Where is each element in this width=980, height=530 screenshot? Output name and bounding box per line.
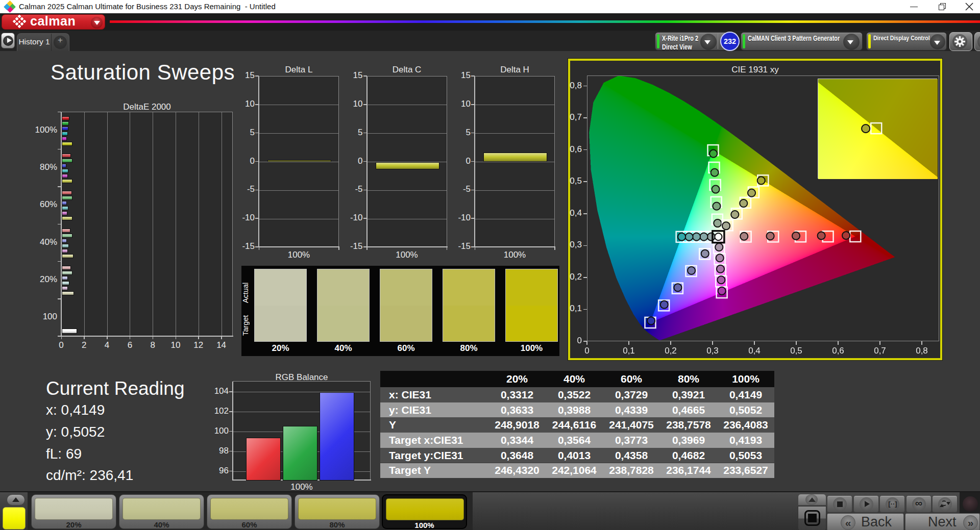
rgb-bar-green <box>283 426 317 481</box>
pattern-swatch <box>298 498 376 520</box>
infinity-icon: ∞ <box>912 497 926 511</box>
settings-button[interactable] <box>949 32 972 51</box>
table-value: 0,3988 <box>546 404 603 416</box>
deltae-ytick: 60% <box>27 199 57 210</box>
meter-dropdown[interactable]: X-Rite i1Pro 2 Direct View 232 <box>655 32 737 51</box>
deltae-bar <box>62 229 70 233</box>
deltae-bar <box>62 239 67 243</box>
delta-ytick: -15 <box>232 241 255 251</box>
arrow-up-icon <box>808 497 816 502</box>
play-icon <box>860 497 873 511</box>
deltae-bar <box>62 271 72 275</box>
pattern-button-20%[interactable]: 20% <box>31 494 116 529</box>
delta-bar <box>376 162 439 169</box>
back-button[interactable]: « Back <box>827 513 904 530</box>
deltae-ytick: 40% <box>27 237 57 247</box>
cie-xtick: 0,2 <box>658 346 683 356</box>
active-color-swatch[interactable] <box>3 507 26 529</box>
pattern-swatch <box>35 498 113 520</box>
table-value: 238,7578 <box>660 419 717 431</box>
table-value: 233,6527 <box>717 464 774 476</box>
stop-button[interactable] <box>827 495 852 513</box>
delta-ytick: 10 <box>232 99 255 109</box>
deltae-xtick: 6 <box>119 340 140 350</box>
pattern-button-60%[interactable]: 60% <box>207 494 292 529</box>
pattern-button-80%[interactable]: 80% <box>295 494 380 529</box>
add-tab-button[interactable]: + <box>52 34 69 51</box>
deltae-bar <box>62 276 68 280</box>
pattern-button-label: 80% <box>295 520 379 529</box>
rgb-ytick: 96 <box>206 466 229 476</box>
meter-status-accent <box>657 34 659 48</box>
pattern-swatch <box>386 498 464 520</box>
delta-xlabel: 100% <box>475 250 555 260</box>
deltae-bar <box>62 164 66 168</box>
deltae-bar <box>62 169 68 173</box>
current-reading-title: Current Reading <box>46 378 184 399</box>
pattern-button-100%[interactable]: 100% <box>382 494 467 529</box>
play-button[interactable] <box>853 495 879 513</box>
patch-actual <box>506 269 557 306</box>
rgb-ytick: 100 <box>206 426 229 436</box>
tab-history-1[interactable]: History 1 <box>17 34 51 51</box>
close-button[interactable] <box>958 0 980 13</box>
deltae-title: DeltaE 2000 <box>61 102 233 112</box>
table-value: 0,4339 <box>603 404 660 416</box>
next-button[interactable]: Next » <box>905 513 980 530</box>
deltae-bar <box>62 121 69 125</box>
patch-target <box>380 306 432 342</box>
deltae-ytick: 100 <box>27 312 57 322</box>
cie-ytick: 0,7 <box>557 112 582 122</box>
display-control-dropdown[interactable]: Direct Display Control <box>866 32 947 51</box>
chevrons-right-icon: » <box>963 515 978 530</box>
deltae-bar <box>62 142 72 146</box>
deltae-ytick: 80% <box>27 162 57 172</box>
meter-badge[interactable]: 232 <box>720 32 740 51</box>
cie-xtick: 0,4 <box>742 346 767 356</box>
expand-patch-panel-button[interactable] <box>7 494 25 506</box>
table-value: 0,4682 <box>660 449 717 462</box>
restore-button[interactable] <box>931 0 954 13</box>
cie-inset-canvas <box>818 79 938 179</box>
table-col-header: 20% <box>488 373 546 385</box>
table-value: 241,4075 <box>603 419 660 431</box>
infinity-button[interactable]: ∞ <box>906 495 932 513</box>
cie-xtick: 0,6 <box>825 346 851 356</box>
deltae-xtick: 2 <box>74 340 94 350</box>
reading-line: y: 0,5052 <box>46 424 105 440</box>
patch-target <box>506 306 557 342</box>
pattern-window-button[interactable] <box>798 506 826 530</box>
table-value: 0,4149 <box>717 389 774 401</box>
delta-xlabel: 100% <box>259 250 339 260</box>
pattern-generator-dropdown[interactable]: CalMAN Client 3 Pattern Generator <box>741 32 863 51</box>
calman-menu-button[interactable]: calman <box>2 14 105 30</box>
cie-xtick: 0,7 <box>867 346 893 356</box>
table-row: Target Y246,4320242,1064238,7828236,1744… <box>380 463 774 478</box>
arrow-up-icon <box>12 497 19 502</box>
minimize-button[interactable] <box>902 0 926 13</box>
deltae-plot <box>61 112 233 336</box>
deltae-bar <box>62 132 68 136</box>
cie-ytick: 0 <box>557 336 582 346</box>
patch-target <box>443 306 495 342</box>
target-row-label: Target <box>241 308 253 343</box>
refresh-button[interactable] <box>932 495 958 513</box>
patch-actual <box>380 269 432 306</box>
chevron-down-icon <box>843 34 860 50</box>
table-row: x: CIE310,33120,35220,37290,39210,4149 <box>380 387 774 402</box>
brand-wordmark: calman <box>30 14 76 29</box>
rgb-ytick: 102 <box>206 406 229 416</box>
workflow-play-button[interactable] <box>1 33 15 48</box>
measurement-table: 20%40%60%80%100%x: CIE310,33120,35220,37… <box>380 371 774 478</box>
header: calman <box>0 13 980 31</box>
deltae-bar <box>62 191 72 195</box>
delta-bar <box>267 160 331 162</box>
content: Saturation Sweeps DeltaE 2000100%80%60%4… <box>0 51 980 491</box>
page-title: Saturation Sweeps <box>51 60 235 85</box>
expand-transport-button[interactable] <box>798 494 826 506</box>
collapse-panel-button[interactable] <box>974 32 980 51</box>
bracket-dots-button[interactable]: [··] <box>879 495 905 513</box>
patch-strip-label: 60% <box>380 343 432 355</box>
pattern-button-40%[interactable]: 40% <box>119 494 204 529</box>
cie-xtick: 0,1 <box>616 346 642 356</box>
